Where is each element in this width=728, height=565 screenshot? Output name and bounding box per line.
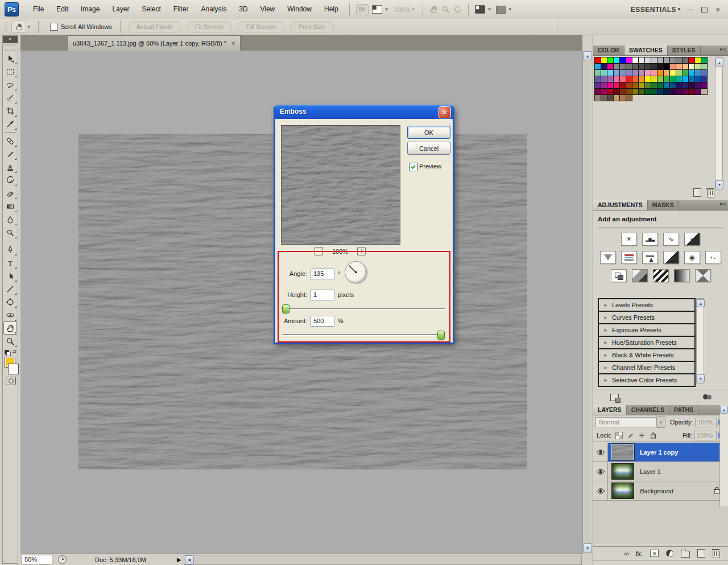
scroll-all-windows-checkbox[interactable]	[50, 23, 58, 31]
menu-3d[interactable]: 3D	[233, 0, 254, 19]
move-tool[interactable]	[3, 52, 17, 65]
expand-icon[interactable]: ►	[603, 328, 608, 333]
invert-adjustment-icon[interactable]	[611, 269, 627, 282]
hue-saturation-adjustment-icon[interactable]	[621, 251, 637, 264]
swatches-tab-swatches[interactable]: SWATCHES	[624, 46, 668, 55]
toolbar-grip[interactable]	[5, 44, 15, 51]
healing-brush-tool[interactable]	[3, 134, 17, 147]
color-balance-adjustment-icon[interactable]	[642, 251, 658, 264]
amount-slider-thumb[interactable]	[437, 331, 445, 340]
version-cue-icon[interactable]	[58, 555, 67, 564]
new-adjustment-layer-icon[interactable]	[666, 550, 673, 557]
chevron-down-icon[interactable]: ▼	[384, 7, 389, 12]
gradient-tool[interactable]	[3, 200, 17, 213]
eyedropper-tool[interactable]	[3, 117, 17, 130]
3d-orbit-tool[interactable]	[3, 308, 17, 321]
swatches-tab-styles[interactable]: STYLES	[668, 46, 701, 55]
amount-slider[interactable]	[283, 331, 445, 339]
return-to-adjustment-list-icon[interactable]	[610, 394, 619, 401]
launch-bridge-button[interactable]: Br	[356, 4, 369, 15]
cancel-button[interactable]: Cancel	[407, 142, 450, 155]
dialog-close-icon[interactable]: ×	[439, 106, 451, 118]
menu-window[interactable]: Window	[281, 0, 318, 19]
expand-icon[interactable]: ►	[603, 303, 608, 308]
scroll-down-icon[interactable]: ▼	[583, 543, 592, 552]
add-layer-mask-icon[interactable]	[650, 550, 659, 557]
chevron-down-icon[interactable]: ▼	[487, 7, 492, 12]
dialog-title-bar[interactable]: Emboss ×	[275, 105, 453, 119]
presets-scrollbar[interactable]: ▲ ▼	[696, 298, 704, 383]
chevron-down-icon[interactable]: ▼	[508, 7, 512, 12]
levels-presets[interactable]: ►Levels Presets	[598, 298, 696, 312]
expand-icon[interactable]: ►	[603, 340, 608, 345]
close-tab-icon[interactable]: ×	[231, 40, 235, 47]
adjustments-tab-masks[interactable]: MASKS	[648, 200, 679, 210]
hand-tool-preset-icon[interactable]	[11, 20, 26, 33]
collapse-toolbar-button[interactable]: »	[3, 36, 18, 43]
hand-tool[interactable]	[3, 321, 17, 335]
default-colors-icon[interactable]	[5, 350, 10, 356]
angle-dial[interactable]	[345, 261, 367, 283]
lasso-tool[interactable]	[3, 78, 17, 91]
new-layer-icon[interactable]	[697, 549, 705, 558]
scroll-up-icon[interactable]: ▲	[715, 59, 723, 67]
link-layers-icon[interactable]: ∞	[624, 550, 628, 558]
color-swatch[interactable]	[626, 94, 632, 101]
blend-mode-select[interactable]: Normal	[595, 417, 657, 427]
new-swatch-icon[interactable]	[693, 188, 701, 197]
drag-grip[interactable]	[5, 22, 8, 32]
color-swatch[interactable]	[701, 88, 708, 95]
brush-tool[interactable]	[3, 147, 17, 160]
expand-icon[interactable]: ►	[603, 365, 608, 370]
gradient-map-adjustment-icon[interactable]	[674, 269, 690, 282]
swatches-tab-color[interactable]: COLOR	[593, 46, 624, 55]
layer-row-background[interactable]: Background	[593, 481, 728, 501]
height-input[interactable]: 1	[311, 290, 334, 300]
blend-mode-dropdown-icon[interactable]: ▼	[657, 416, 665, 428]
layer-row-layer-1-copy[interactable]: Layer 1 copy	[593, 443, 728, 462]
threshold-adjustment-icon[interactable]	[653, 269, 669, 282]
black-white-adjustment-icon[interactable]	[663, 251, 679, 264]
fill-screen-button[interactable]: Fill Screen	[238, 21, 284, 32]
minimize-button[interactable]: —	[685, 5, 696, 14]
screen-mode-icon[interactable]	[496, 6, 506, 14]
menu-view[interactable]: View	[254, 0, 281, 19]
visibility-eye-icon[interactable]	[593, 443, 608, 461]
vibrance-adjustment-icon[interactable]	[600, 251, 616, 264]
scroll-down-icon[interactable]: ▼	[715, 180, 723, 188]
quick-selection-tool[interactable]	[3, 91, 17, 104]
layers-tab-layers[interactable]: LAYERS	[593, 405, 627, 415]
exposure-adjustment-icon[interactable]: ±	[684, 233, 700, 246]
layer-style-icon[interactable]: fx.	[635, 550, 643, 557]
eraser-tool[interactable]	[3, 187, 17, 200]
posterize-adjustment-icon[interactable]	[632, 269, 648, 282]
arrange-documents-icon[interactable]	[372, 5, 382, 14]
amount-input[interactable]: 500	[311, 316, 334, 327]
swatches-scrollbar[interactable]: ▲ ▼	[715, 57, 723, 189]
new-group-icon[interactable]	[681, 551, 690, 558]
angle-input[interactable]: 135	[311, 269, 334, 279]
channel-mixer-presets[interactable]: ►Channel Mixer Presets	[598, 361, 696, 374]
adjustments-tab-adjustments[interactable]: ADJUSTMENTS	[593, 200, 648, 210]
black-white-presets[interactable]: ►Black & White Presets	[598, 348, 696, 362]
menu-help[interactable]: Help	[318, 0, 345, 19]
selective-color-presets[interactable]: ►Selective Color Presets	[598, 373, 696, 387]
line-tool[interactable]	[3, 282, 17, 295]
layers-tab-paths[interactable]: PATHS	[669, 405, 698, 415]
lock-all-icon[interactable]	[649, 432, 657, 439]
menu-image[interactable]: Image	[75, 0, 106, 19]
path-selection-tool[interactable]	[3, 269, 17, 282]
marquee-tool[interactable]	[3, 65, 17, 78]
delete-swatch-icon[interactable]	[707, 190, 714, 197]
opacity-value[interactable]: 100%	[695, 418, 717, 427]
menu-analysis[interactable]: Analysis	[195, 0, 233, 19]
vertical-scrollbar[interactable]: ▲ ▼	[582, 51, 592, 554]
swap-colors-icon[interactable]: ⇄	[12, 349, 16, 354]
close-button[interactable]: ×	[713, 5, 723, 14]
layer-thumbnail[interactable]	[611, 463, 634, 480]
background-color-swatch[interactable]	[8, 364, 19, 374]
layers-scrollbar[interactable]: ▲	[719, 405, 728, 506]
scroll-left-icon[interactable]: ◀	[185, 555, 194, 564]
scroll-up-icon[interactable]: ▲	[583, 51, 592, 60]
scroll-up-icon[interactable]: ▲	[697, 299, 705, 307]
